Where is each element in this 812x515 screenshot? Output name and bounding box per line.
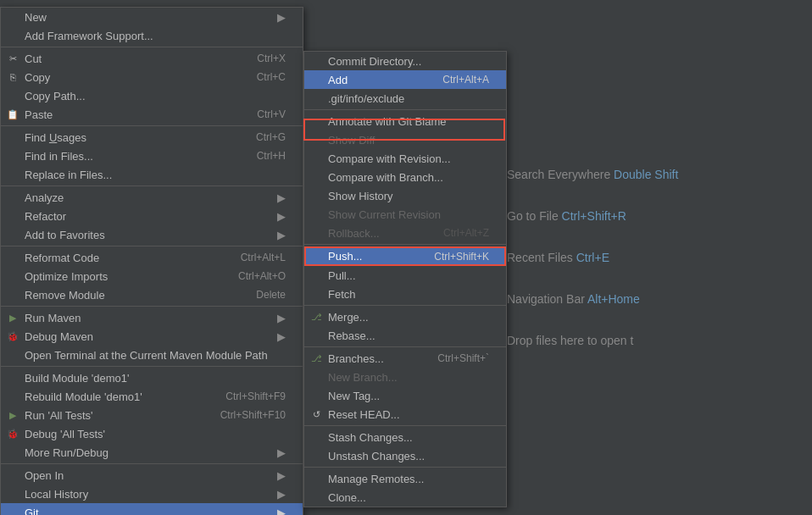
menu-favorites[interactable]: Add to Favorites ▶ [1,225,303,244]
menu-copy-shortcut: Ctrl+C [257,71,286,83]
git-unstash[interactable]: Unstash Changes... [304,446,506,465]
merge-icon: ⎇ [309,310,323,324]
menu-run-maven-label: Run Maven [25,312,270,324]
git-show-diff-label: Show Diff [328,134,489,147]
git-unstash-label: Unstash Changes... [328,450,489,462]
git-branches[interactable]: ⎇ Branches... Ctrl+Shift+` [304,349,506,368]
menu-copy[interactable]: ⎘ Copy Ctrl+C [1,68,303,86]
git-stash[interactable]: Stash Changes... [304,428,506,446]
git-branches-shortcut: Ctrl+Shift+` [437,352,489,364]
menu-build-label: Build Module 'demo1' [25,372,286,385]
git-compare-revision[interactable]: Compare with Revision... [304,149,506,168]
menu-debug-tests[interactable]: 🐞 Debug 'All Tests' [1,424,303,443]
menu-add-framework-label: Add Framework Support... [25,30,286,42]
git-add-label: Add [328,74,425,86]
paste-icon: 📋 [6,108,19,121]
copy-icon: ⎘ [6,70,19,84]
menu-replace-files[interactable]: Replace in Files... [1,165,303,184]
menu-open-terminal[interactable]: Open Terminal at the Current Maven Modul… [1,346,303,364]
git-commit-dir[interactable]: Commit Directory... [304,52,506,70]
menu-analyze-arrow: ▶ [277,191,286,204]
git-sep-5 [304,425,506,426]
git-reset-label: Reset HEAD... [328,408,489,421]
git-push-label: Push... [328,250,417,263]
git-annotate-label: Annotate with Git Blame [328,115,489,128]
git-compare-branch[interactable]: Compare with Branch... [304,168,506,186]
git-manage-remotes[interactable]: Manage Remotes... [304,469,506,488]
menu-git-label: Git [25,507,270,516]
menu-run-tests[interactable]: ▶ Run 'All Tests' Ctrl+Shift+F10 [1,406,303,424]
menu-local-history-label: Local History [25,488,270,501]
git-show-history[interactable]: Show History [304,186,506,205]
menu-cut-shortcut: Ctrl+X [257,53,286,64]
git-rebase-label: Rebase... [328,329,489,342]
git-fetch[interactable]: Fetch [304,285,506,303]
menu-open-in[interactable]: Open In ▶ [1,466,303,485]
menu-add-framework[interactable]: Add Framework Support... [1,26,303,45]
menu-find-usages-label: Find Usages [25,131,239,144]
reset-icon: ↺ [309,407,323,421]
menu-debug-tests-label: Debug 'All Tests' [25,428,286,440]
git-push[interactable]: Push... Ctrl+Shift+K [304,246,506,266]
hint-navbar: Navigation Bar Alt+Home [507,291,795,308]
git-commit-dir-label: Commit Directory... [328,55,489,68]
menu-rebuild-shortcut: Ctrl+Shift+F9 [225,390,286,402]
git-show-diff: Show Diff [304,130,506,149]
menu-optimize-label: Optimize Imports [25,270,221,283]
menu-run-maven[interactable]: ▶ Run Maven ▶ [1,308,303,327]
git-show-current-label: Show Current Revision [328,208,489,221]
git-clone[interactable]: Clone... [304,488,506,507]
git-gitignore[interactable]: .git/info/exclude [304,89,506,108]
separator-6 [1,366,303,367]
menu-open-in-label: Open In [25,469,270,482]
menu-find-usages[interactable]: Find Usages Ctrl+G [1,128,303,147]
menu-more-run[interactable]: More Run/Debug ▶ [1,443,303,462]
git-pull[interactable]: Pull... [304,266,506,285]
git-merge-label: Merge... [328,311,489,324]
menu-local-history[interactable]: Local History ▶ [1,485,303,503]
git-merge[interactable]: ⎇ Merge... [304,307,506,326]
menu-paste[interactable]: 📋 Paste Ctrl+V [1,105,303,124]
git-pull-label: Pull... [328,269,489,282]
menu-run-tests-shortcut: Ctrl+Shift+F10 [220,409,286,421]
menu-rebuild-label: Rebuild Module 'demo1' [25,390,209,403]
git-rollback: Rollback... Ctrl+Alt+Z [304,224,506,242]
menu-copy-path[interactable]: Copy Path... [1,86,303,105]
menu-reformat-shortcut: Ctrl+Alt+L [241,252,286,263]
separator-3 [1,186,303,186]
menu-reformat[interactable]: Reformat Code Ctrl+Alt+L [1,248,303,267]
git-manage-remotes-label: Manage Remotes... [328,473,489,485]
git-add[interactable]: Add Ctrl+Alt+A [304,70,506,89]
menu-new[interactable]: New ▶ [1,8,303,26]
menu-analyze[interactable]: Analyze ▶ [1,188,303,207]
menu-optimize[interactable]: Optimize Imports Ctrl+Alt+O [1,267,303,285]
menu-remove-module[interactable]: Remove Module Delete [1,285,303,304]
git-new-tag-label: New Tag... [328,390,489,402]
git-sep-4 [304,346,506,347]
git-annotate[interactable]: Annotate with Git Blame [304,112,506,130]
git-new-tag[interactable]: New Tag... [304,386,506,405]
git-rebase[interactable]: Rebase... [304,326,506,345]
separator-7 [1,463,303,464]
menu-cut-label: Cut [25,53,240,65]
menu-rebuild[interactable]: Rebuild Module 'demo1' Ctrl+Shift+F9 [1,387,303,406]
menu-debug-maven[interactable]: 🐞 Debug Maven ▶ [1,327,303,346]
git-reset[interactable]: ↺ Reset HEAD... [304,405,506,424]
git-gitignore-label: .git/info/exclude [328,92,489,105]
menu-run-maven-arrow: ▶ [277,312,286,324]
menu-find-files[interactable]: Find in Files... Ctrl+H [1,147,303,165]
menu-favorites-arrow: ▶ [277,229,286,241]
git-add-shortcut: Ctrl+Alt+A [442,74,489,86]
menu-cut[interactable]: ✂ Cut Ctrl+X [1,49,303,68]
menu-refactor[interactable]: Refactor ▶ [1,207,303,225]
menu-git[interactable]: Git ▶ [1,503,303,515]
git-clone-label: Clone... [328,491,489,504]
menu-open-in-arrow: ▶ [277,469,286,482]
menu-build[interactable]: Build Module 'demo1' [1,368,303,387]
shortcut-search: Double Shift [614,168,678,181]
git-sep-3 [304,305,506,306]
hint-recent: Recent Files Ctrl+E [507,249,795,267]
shortcut-navbar: Alt+Home [587,292,640,306]
git-new-branch: New Branch... [304,368,506,386]
menu-remove-module-label: Remove Module [25,289,239,302]
